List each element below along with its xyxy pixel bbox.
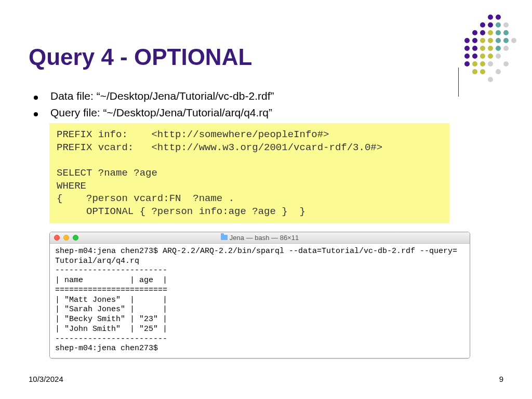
folder-icon	[221, 235, 228, 240]
slide-title: Query 4 - OPTIONAL	[29, 44, 503, 70]
svg-point-10	[488, 15, 493, 20]
terminal-title: Jena — bash — 86×11	[50, 234, 470, 242]
terminal-body: shep-m04:jena chen273$ ARQ-2.2/ARQ-2.2/b…	[50, 244, 470, 358]
slide-content: Query 4 - OPTIONAL Data file: “~/Desktop…	[29, 44, 503, 358]
terminal-title-text: Jena — bash — 86×11	[230, 234, 299, 242]
svg-point-34	[503, 46, 509, 51]
svg-point-37	[511, 38, 516, 43]
bullet-item: Query file: “~/Desktop/Jena/Tutorial/arq…	[34, 107, 503, 119]
svg-point-20	[480, 38, 485, 43]
svg-point-26	[496, 38, 501, 43]
svg-point-36	[503, 22, 509, 28]
svg-point-25	[496, 30, 501, 35]
terminal-window: Jena — bash — 86×11 shep-m04:jena chen27…	[49, 232, 470, 358]
svg-point-5	[472, 38, 477, 43]
bullet-icon	[34, 96, 38, 100]
svg-point-29	[503, 38, 509, 43]
svg-point-23	[488, 38, 493, 43]
bullet-item: Data file: “~/Desktop/Jena/Tutorial/vc-d…	[34, 90, 503, 102]
bullet-text: Query file: “~/Desktop/Jena/Tutorial/arq…	[50, 107, 272, 119]
svg-point-22	[488, 30, 493, 35]
footer-date: 10/3/2024	[29, 375, 63, 383]
sparql-code-block: PREFIX info: <http://somewhere/peopleInf…	[49, 123, 449, 223]
svg-point-9	[480, 30, 485, 35]
bullet-icon	[34, 112, 38, 116]
window-controls	[54, 235, 78, 241]
svg-point-11	[488, 22, 493, 28]
footer-page: 9	[499, 375, 503, 383]
svg-point-35	[503, 61, 509, 66]
svg-point-3	[464, 38, 470, 43]
bullet-text: Data file: “~/Desktop/Jena/Tutorial/vc-d…	[50, 90, 274, 102]
zoom-icon[interactable]	[73, 235, 78, 241]
slide-footer: 10/3/2024 9	[29, 375, 503, 383]
svg-point-12	[496, 15, 501, 20]
svg-point-4	[472, 30, 477, 35]
terminal-titlebar: Jena — bash — 86×11	[50, 232, 470, 244]
bullet-list: Data file: “~/Desktop/Jena/Tutorial/vc-d…	[34, 90, 503, 119]
svg-point-28	[503, 30, 509, 35]
minimize-icon[interactable]	[63, 235, 69, 241]
close-icon[interactable]	[54, 235, 60, 241]
svg-point-24	[496, 22, 501, 28]
svg-point-8	[480, 22, 485, 28]
